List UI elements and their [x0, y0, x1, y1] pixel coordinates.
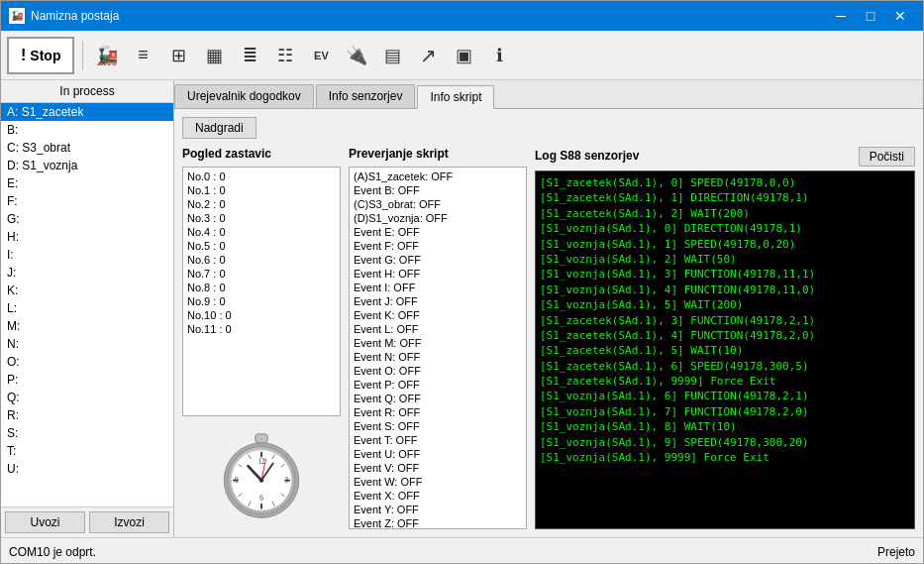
route-list: A: S1_zacetekB:C: S3_obratD: S1_voznjaE:…	[1, 103, 173, 507]
close-button[interactable]: ✕	[885, 1, 915, 31]
left-panel: In process A: S1_zacetekB:C: S3_obratD: …	[1, 80, 174, 537]
log-line: [S1_voznja(SAd.1), 4] FUNCTION(49178,11,…	[540, 282, 910, 297]
route-item[interactable]: C: S3_obrat	[1, 139, 173, 157]
toolbar-list-icon-btn[interactable]: ≣	[234, 40, 265, 71]
left-panel-buttons: Uvozi Izvozi	[1, 507, 173, 537]
izvozi-button[interactable]: Izvozi	[89, 511, 169, 533]
log-line: [S1_voznja(SAd.1), 1] SPEED(49178,0,20)	[540, 237, 910, 252]
script-item: Event G: OFF	[352, 253, 524, 267]
route-item[interactable]: N:	[1, 335, 173, 353]
route-item[interactable]: B:	[1, 121, 173, 139]
tab-info-skript[interactable]: Info skript	[417, 85, 494, 109]
script-item: Event J: OFF	[352, 294, 524, 308]
route-item[interactable]: F:	[1, 192, 173, 210]
route-item[interactable]: R:	[1, 406, 173, 424]
script-item: Event X: OFF	[352, 489, 524, 503]
flag-item: No.9 : 0	[185, 294, 338, 308]
script-item: Event Q: OFF	[352, 392, 524, 405]
flag-item: No.11 : 0	[185, 322, 338, 336]
clock-svg: 12 6 9 3	[217, 432, 306, 521]
log-title: Log S88 senzorjev	[535, 149, 639, 163]
route-item[interactable]: E:	[1, 174, 173, 192]
route-item[interactable]: Q:	[1, 389, 173, 406]
clear-button[interactable]: Počisti	[859, 147, 915, 167]
toolbar-plugin-icon-btn[interactable]: 🔌	[341, 40, 372, 71]
app-icon: 🚂	[9, 8, 25, 24]
script-item: Event L: OFF	[352, 322, 524, 336]
log-line: [S1_voznja(SAd.1), 9999] Force Exit	[540, 450, 910, 465]
title-bar-controls: ─ □ ✕	[826, 1, 915, 31]
tab-content-info-skript: Nadgradi Pogled zastavic No.0 : 0No.1 : …	[174, 109, 923, 537]
in-process-header: In process	[1, 80, 173, 103]
status-right: Prejeto	[877, 545, 915, 559]
route-item[interactable]: G:	[1, 210, 173, 228]
route-item[interactable]: M:	[1, 317, 173, 335]
script-item: Event H: OFF	[352, 267, 524, 281]
route-item[interactable]: L:	[1, 299, 173, 317]
three-column-layout: Pogled zastavic No.0 : 0No.1 : 0No.2 : 0…	[182, 147, 915, 529]
uvozi-button[interactable]: Uvozi	[5, 511, 85, 533]
log-line: [S1_zacetek(SAd.1), 1] DIRECTION(49178,1…	[540, 190, 910, 205]
log-line: [S1_voznja(SAd.1), 6] FUNCTION(49178,2,1…	[540, 389, 910, 403]
tab-urejevalnik-dogodkov[interactable]: Urejevalnik dogodkov	[174, 84, 314, 108]
tab-bar: Urejevalnik dogodkovInfo senzorjevInfo s…	[174, 80, 923, 109]
log-column: Log S88 senzorjev Počisti [S1_zacetek(SA…	[535, 147, 915, 529]
toolbar-info-icon-btn[interactable]: ℹ	[483, 40, 515, 71]
toolbar-ev-icon-btn[interactable]: EV	[305, 40, 337, 71]
status-bar: COM10 je odprt. Prejeto	[1, 537, 923, 564]
script-item: Event R: OFF	[352, 405, 524, 419]
route-item[interactable]: J:	[1, 264, 173, 282]
tab-info-senzorjev[interactable]: Info senzorjev	[316, 84, 416, 108]
log-header: Log S88 senzorjev Počisti	[535, 147, 915, 167]
right-content: Urejevalnik dogodkovInfo senzorjevInfo s…	[174, 80, 923, 537]
toolbar-doc-icon-btn[interactable]: ▤	[376, 40, 408, 71]
flag-item: No.7 : 0	[185, 267, 338, 281]
nadgradi-button[interactable]: Nadgradi	[182, 117, 257, 139]
maximize-button[interactable]: □	[856, 1, 885, 31]
log-line: [S1_zacetek(SAd.1), 9999] Force Exit	[540, 374, 910, 389]
toolbar-menu-icon-btn[interactable]: ≡	[127, 40, 158, 71]
log-line: [S1_voznja(SAd.1), 5] WAIT(200)	[540, 297, 910, 312]
script-item: (D)S1_voznja: OFF	[352, 211, 524, 225]
minimize-button[interactable]: ─	[826, 1, 856, 31]
flag-item: No.2 : 0	[185, 197, 338, 211]
toolbar-square-icon-btn[interactable]: ▣	[448, 40, 479, 71]
route-item[interactable]: T:	[1, 442, 173, 460]
log-line: [S1_voznja(SAd.1), 0] DIRECTION(49178,1)	[540, 221, 910, 236]
route-item[interactable]: O:	[1, 353, 173, 371]
toolbar-table-icon-btn[interactable]: ▦	[198, 40, 230, 71]
toolbar-arrow-icon-btn[interactable]: ↗	[412, 40, 444, 71]
log-line: [S1_voznja(SAd.1), 7] FUNCTION(49178,2,0…	[540, 404, 910, 419]
status-left: COM10 je odprt.	[9, 545, 96, 559]
script-item: Event Z: OFF	[352, 516, 524, 529]
route-item[interactable]: K:	[1, 282, 173, 299]
route-item[interactable]: S:	[1, 424, 173, 442]
route-item[interactable]: P:	[1, 371, 173, 389]
route-item[interactable]: A: S1_zacetek	[1, 103, 173, 121]
toolbar-grid-icon-btn[interactable]: ⊞	[162, 40, 194, 71]
log-line: [S1_voznja(SAd.1), 8] WAIT(10)	[540, 419, 910, 434]
script-item: Event V: OFF	[352, 461, 524, 475]
route-item[interactable]: U:	[1, 460, 173, 478]
flag-item: No.4 : 0	[185, 225, 338, 239]
toolbar-rows-icon-btn[interactable]: ☷	[269, 40, 301, 71]
flag-item: No.0 : 0	[185, 169, 338, 183]
route-item[interactable]: H:	[1, 228, 173, 246]
stop-bang-icon: !	[21, 47, 26, 64]
script-item: Event N: OFF	[352, 350, 524, 364]
title-bar: 🚂 Namizna postaja ─ □ ✕	[1, 1, 923, 31]
flags-list: No.0 : 0No.1 : 0No.2 : 0No.3 : 0No.4 : 0…	[182, 167, 341, 416]
route-item[interactable]: I:	[1, 246, 173, 264]
script-item: (A)S1_zacetek: OFF	[352, 169, 524, 183]
flags-column: Pogled zastavic No.0 : 0No.1 : 0No.2 : 0…	[182, 147, 341, 529]
script-item: (C)S3_obrat: OFF	[352, 197, 524, 211]
flag-item: No.10 : 0	[185, 308, 338, 322]
svg-text:6: 6	[259, 495, 263, 503]
flag-item: No.6 : 0	[185, 253, 338, 267]
stop-button[interactable]: ! Stop	[7, 37, 74, 74]
toolbar-train-icon-btn[interactable]: 🚂	[91, 40, 123, 71]
route-item[interactable]: D: S1_voznja	[1, 157, 173, 174]
svg-point-23	[259, 478, 264, 483]
script-item: Event I: OFF	[352, 281, 524, 294]
script-item: Event Y: OFF	[352, 503, 524, 516]
